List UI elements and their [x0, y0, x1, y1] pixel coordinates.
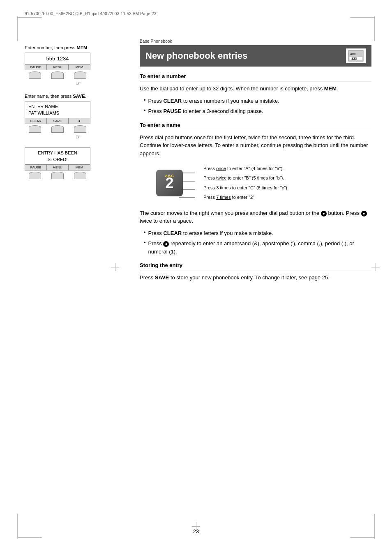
phone-svg: ABC 123 [348, 50, 364, 62]
svg-text:123: 123 [351, 57, 357, 60]
svg-text:ABC: ABC [350, 53, 356, 55]
phone-icon: ABC 123 [346, 48, 366, 63]
bullet-circle-special: • Press ● repeatedly to enter an ampersa… [140, 240, 371, 256]
phone-group-name: Enter name, then press SAVE. ENTER NAME … [25, 94, 131, 140]
title-text: New phonebook entries [145, 51, 247, 61]
softkey-right-1[interactable] [74, 71, 86, 79]
softkey-mid-1[interactable] [51, 71, 64, 79]
file-info: 91-5730-10-00_E5862BC CIB_R1.qxd 4/30/20… [25, 12, 157, 16]
clear-btn[interactable]: CLEAR [25, 118, 47, 124]
softkey-left-1[interactable] [29, 71, 41, 79]
menu-btn-3[interactable]: MENU [47, 165, 69, 170]
phone-display-2: ENTER NAME PAT WILLIAMS [25, 101, 90, 118]
margin-mark [17, 17, 42, 18]
title-box: New phonebook entries ABC 123 [140, 45, 371, 67]
phone-buttons-1: PAUSE MENU MEM [25, 64, 90, 70]
display-entry-stored-1: ENTRY HAS BEEN [28, 150, 87, 156]
softkeys-1 [25, 71, 90, 79]
bullet-clear-letters: • Press CLEAR to erase letters if you ma… [140, 229, 371, 237]
softkey-left-3[interactable] [29, 172, 41, 179]
softkey-right-3[interactable] [74, 172, 86, 179]
margin-mark [17, 514, 18, 539]
subsection-title-number: To enter a number [140, 73, 371, 81]
body-text-cursor: The cursor moves to the right when you p… [140, 209, 371, 225]
page-number: 23 [193, 528, 199, 534]
abc-label: ABC [165, 174, 174, 178]
phone-group-number: Enter number, then press MEM. 555-1234 P… [25, 45, 131, 86]
subsection-enter-name: To enter a name Press dial pad buttons o… [140, 122, 371, 256]
hand-icon-1: ☞ [25, 80, 131, 86]
connector-lines [179, 170, 261, 207]
hand-icon-2: ☞ [25, 134, 131, 140]
bullet-pause: • Press PAUSE to enter a 3-second dialin… [140, 107, 371, 115]
display-number: 555-1234 [28, 55, 87, 62]
softkey-mid-2[interactable] [51, 125, 64, 133]
body-text-number: Use the dial pad to enter up to 32 digit… [140, 85, 371, 93]
key-2-button: ABC 2 [156, 170, 183, 196]
body-text-storing: Press SAVE to store your new phonebook e… [140, 274, 371, 282]
crosshair-left [111, 263, 119, 271]
circle-btn[interactable]: ● [69, 118, 90, 124]
display-entry-stored-2: STORED! [28, 156, 87, 163]
margin-mark [374, 16, 375, 41]
phone-group-stored: ENTRY HAS BEEN STORED! PAUSE MENU MEM [25, 147, 131, 179]
phone-display-1: 555-1234 [25, 53, 90, 64]
softkey-right-2[interactable] [74, 125, 86, 133]
section-label-1: Enter number, then press MEM. [25, 45, 131, 50]
right-column: Base Phonebook New phonebook entries ABC… [140, 39, 371, 286]
key-button-container: ABC 2 [156, 170, 191, 196]
page: 91-5730-10-00_E5862BC CIB_R1.qxd 4/30/20… [0, 0, 392, 555]
margin-mark [350, 537, 375, 538]
bullet-clear-numbers: • Press CLEAR to erase numbers if you ma… [140, 97, 371, 105]
subsection-title-name: To enter a name [140, 122, 371, 130]
phone-buttons-2: CLEAR SAVE ● [25, 118, 90, 124]
margin-mark [350, 17, 375, 18]
left-column: Enter number, then press MEM. 555-1234 P… [25, 45, 131, 187]
margin-mark [374, 514, 375, 539]
circle-icon-3: ● [163, 241, 169, 247]
softkey-mid-3[interactable] [51, 172, 64, 179]
body-text-name: Press dial pad buttons once for the firs… [140, 134, 371, 158]
softkey-left-2[interactable] [29, 125, 41, 133]
circle-icon-1: ● [321, 211, 327, 216]
margin-mark [17, 16, 18, 41]
menu-btn-1[interactable]: MENU [47, 64, 69, 70]
display-enter-name: ENTER NAME [28, 103, 87, 110]
softkeys-2 [25, 125, 90, 133]
softkeys-3 [25, 172, 90, 179]
subsection-title-storing: Storing the entry [140, 262, 371, 270]
circle-icon-2: ● [361, 211, 367, 216]
phone-display-3: ENTRY HAS BEEN STORED! [25, 147, 90, 165]
crosshair-right [371, 263, 380, 271]
subsection-storing: Storing the entry Press SAVE to store yo… [140, 262, 371, 282]
mem-btn-3[interactable]: MEM [69, 165, 90, 170]
section-header: Base Phonebook [140, 39, 371, 44]
display-pat-williams: PAT WILLIAMS [28, 110, 87, 116]
section-label-2: Enter name, then press SAVE. [25, 94, 131, 99]
margin-mark [17, 537, 42, 538]
subsection-enter-number: To enter a number Use the dial pad to en… [140, 73, 371, 115]
save-btn[interactable]: SAVE [47, 118, 69, 124]
pause-btn-1[interactable]: PAUSE [25, 64, 47, 70]
key-diagram: ABC 2 Press once to enter "A" (4 times f… [156, 166, 371, 201]
mem-btn-1[interactable]: MEM [69, 64, 90, 70]
phone-buttons-3: PAUSE MENU MEM [25, 165, 90, 170]
pause-btn-3[interactable]: PAUSE [25, 165, 47, 170]
